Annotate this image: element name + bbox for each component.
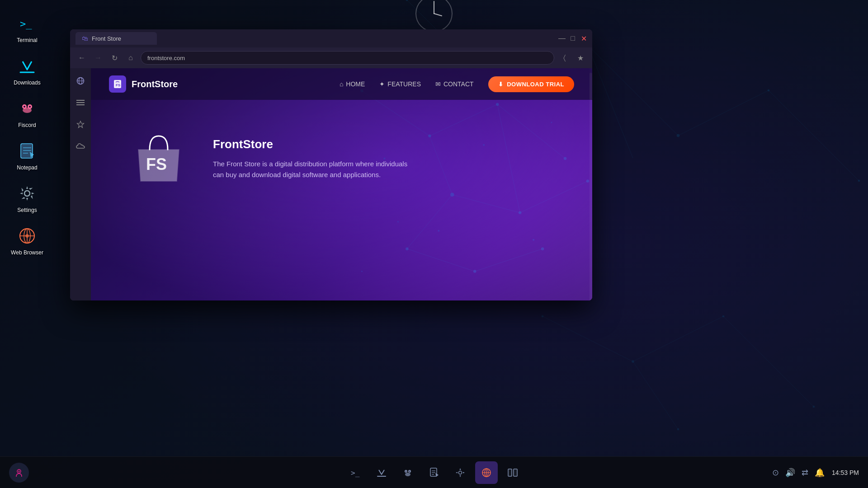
svg-point-31 (23, 108, 32, 113)
svg-point-97 (459, 471, 462, 474)
terminal-icon: >_ (16, 13, 38, 34)
side-panel-cloud[interactable] (73, 139, 88, 153)
site-logo-text: FrontStore (132, 79, 178, 89)
settings-label: Settings (17, 207, 37, 213)
svg-text:>_: >_ (20, 18, 32, 29)
svg-point-75 (533, 239, 534, 241)
browser-titlebar: 🛍 Front Store — □ ✕ (70, 29, 592, 47)
taskbar-app-browser[interactable] (475, 461, 498, 484)
svg-point-91 (409, 471, 410, 472)
taskbar: >_ (0, 456, 868, 488)
contact-nav-icon: ✉ (435, 80, 441, 88)
taskbar-podcast-button[interactable] (9, 463, 29, 483)
svg-marker-51 (77, 121, 84, 128)
close-button[interactable]: ✕ (580, 35, 587, 42)
downloads-icon (16, 55, 38, 77)
volume-icon[interactable]: 🔊 (785, 468, 795, 478)
browser-body: FS FrontStore ⌂ HOME ✦ (70, 68, 592, 300)
nav-home[interactable]: ⌂ HOME (340, 80, 365, 88)
desktop: >_ Terminal Downloads (0, 0, 868, 488)
svg-point-18 (542, 315, 543, 317)
taskbar-app-fiscord[interactable] (396, 461, 419, 484)
download-icon: ⬇ (498, 81, 504, 88)
site-logo-icon: FS (109, 75, 126, 93)
svg-point-71 (473, 270, 476, 273)
site-hero: FS FrontStore The Front Store is a digit… (91, 100, 592, 217)
notification-icon[interactable]: 🔔 (815, 468, 825, 478)
site-navbar: FS FrontStore ⌂ HOME ✦ (91, 68, 592, 100)
desktop-icon-terminal[interactable]: >_ Terminal (5, 9, 50, 47)
side-panel-star[interactable] (73, 117, 88, 131)
sidebar-toggle-icon[interactable]: 〈 (558, 52, 571, 64)
site-logo: FS FrontStore (109, 75, 178, 93)
side-panel-globe[interactable] (73, 74, 88, 88)
terminal-label: Terminal (17, 37, 37, 43)
svg-line-25 (434, 14, 442, 16)
desktop-icon-settings[interactable]: Settings (5, 179, 50, 217)
bookmark-icon[interactable]: ★ (574, 52, 587, 64)
tab-favicon: 🛍 (82, 35, 88, 42)
desktop-icon-downloads[interactable]: Downloads (5, 52, 50, 89)
taskbar-app-downloads[interactable] (370, 461, 393, 484)
reload-button[interactable]: ↻ (108, 52, 121, 64)
address-text: frontstore.com (147, 55, 547, 61)
desktop-sidebar: >_ Terminal Downloads (0, 0, 54, 456)
home-button[interactable]: ⌂ (124, 52, 137, 64)
taskbar-app-windows[interactable] (501, 461, 524, 484)
site-hero-bag-icon: FS (127, 127, 190, 190)
svg-text:>_: >_ (351, 469, 360, 477)
desktop-icon-browser[interactable]: Web Browser (5, 221, 50, 259)
record-icon[interactable]: ⊙ (772, 468, 779, 478)
site-hero-text: FrontStore The Front Store is a digital … (213, 137, 412, 180)
svg-point-22 (677, 428, 679, 430)
fiscord-label: Fiscord (18, 122, 36, 128)
nav-features[interactable]: ✦ FEATURES (379, 80, 421, 88)
taskbar-center: >_ (344, 461, 524, 484)
svg-text:FS: FS (146, 155, 167, 174)
share-icon[interactable]: ⇄ (802, 468, 808, 478)
taskbar-app-notepad[interactable] (423, 461, 445, 484)
taskbar-time: 14:53 PM (832, 469, 859, 476)
back-button[interactable]: ← (75, 52, 88, 64)
browser-content: FS FrontStore ⌂ HOME ✦ (91, 68, 592, 300)
site-hero-description: The Front Store is a digital distributio… (213, 159, 412, 180)
svg-point-78 (361, 271, 363, 272)
desktop-clock (407, 0, 461, 27)
fiscord-icon (16, 98, 38, 119)
svg-text:FS: FS (116, 83, 121, 87)
frontstore-site: FS FrontStore ⌂ HOME ✦ (91, 68, 592, 300)
svg-rect-102 (508, 469, 512, 476)
downloads-label: Downloads (14, 80, 40, 86)
side-panel-hamburger[interactable] (73, 95, 88, 110)
taskbar-app-settings[interactable] (449, 461, 472, 484)
nav-contact[interactable]: ✉ CONTACT (435, 80, 474, 88)
svg-point-21 (813, 406, 815, 408)
minimize-button[interactable]: — (559, 35, 565, 42)
desktop-icon-fiscord[interactable]: Fiscord (5, 94, 50, 132)
svg-point-70 (406, 248, 408, 250)
svg-rect-103 (514, 469, 517, 476)
contact-nav-label: CONTACT (443, 80, 474, 88)
browser-window: 🛍 Front Store — □ ✕ ← → ↻ ⌂ frontstore.c… (70, 29, 592, 300)
download-trial-button[interactable]: ⬇ DOWNLOAD TRIAL (488, 76, 574, 92)
svg-rect-92 (430, 468, 437, 476)
desktop-icon-notepad[interactable]: Notepad (5, 136, 50, 174)
svg-point-20 (722, 315, 724, 317)
svg-point-19 (632, 361, 634, 363)
browser-toolbar: ← → ↻ ⌂ frontstore.com 〈 ★ (70, 47, 592, 68)
svg-point-33 (29, 106, 31, 108)
maximize-button[interactable]: □ (570, 35, 576, 42)
forward-button[interactable]: → (92, 52, 104, 64)
browser-label: Web Browser (11, 249, 43, 256)
taskbar-app-terminal[interactable]: >_ (344, 461, 367, 484)
features-nav-icon: ✦ (379, 80, 385, 88)
browser-tab[interactable]: 🛍 Front Store (75, 32, 157, 45)
svg-point-12 (768, 89, 769, 91)
svg-point-11 (677, 134, 679, 137)
system-tray-icons: ⊙ 🔊 ⇄ 🔔 (772, 468, 825, 478)
svg-point-84 (19, 470, 20, 472)
address-bar[interactable]: frontstore.com (141, 51, 554, 65)
download-label: DOWNLOAD TRIAL (507, 81, 564, 88)
browser-icon (16, 225, 38, 247)
taskbar-right: ⊙ 🔊 ⇄ 🔔 14:53 PM (772, 468, 859, 478)
